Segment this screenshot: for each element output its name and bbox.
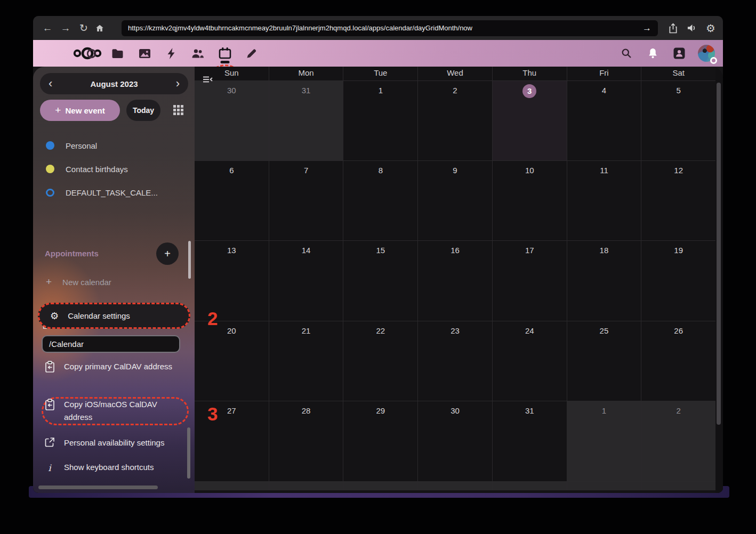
browser-actions: ⚙ <box>669 23 715 34</box>
sidebar-scrollbar-thumb[interactable] <box>187 427 190 479</box>
copy-ios-caldav-button[interactable]: Copy iOS/macOS CalDAV address <box>43 398 174 424</box>
audio-icon[interactable] <box>687 23 697 33</box>
files-folder-icon[interactable] <box>108 40 126 67</box>
calendar-day-cell[interactable]: 8 <box>343 161 418 241</box>
attachments-location-input[interactable] <box>42 335 180 353</box>
calendar-day-cell-partial <box>493 482 567 490</box>
calendar-day-cell[interactable]: 16 <box>418 241 493 321</box>
appointments-heading: Appointments <box>45 249 99 258</box>
activity-lightning-icon[interactable] <box>162 40 180 67</box>
notifications-bell-icon[interactable] <box>644 40 662 67</box>
go-arrow-icon[interactable]: → <box>637 23 652 34</box>
calendar-day-cell[interactable]: 5 <box>641 81 715 161</box>
home-button[interactable] <box>95 23 109 33</box>
app-content: ‹ August 2023 › + New event Today Person… <box>33 67 723 493</box>
avatar[interactable] <box>698 45 715 62</box>
new-calendar-button[interactable]: + New calendar <box>46 276 111 288</box>
calendar-day-cell-partial <box>195 482 269 490</box>
calendar-day-cell[interactable]: 31 <box>269 81 344 161</box>
forward-button[interactable]: → <box>59 22 73 34</box>
add-appointment-button[interactable]: + <box>156 242 179 265</box>
calendar-day-cell[interactable]: 24 <box>493 321 567 401</box>
copy-ios-caldav-label: Copy iOS/macOS CalDAV address <box>64 398 174 424</box>
nextcloud-header: 1 <box>33 40 723 67</box>
calendar-day-cell[interactable]: 28 <box>269 401 344 482</box>
calendar-day-cell[interactable]: 4 <box>567 81 642 161</box>
calendar-day-cell[interactable]: 30 <box>418 401 493 482</box>
today-button[interactable]: Today <box>126 100 160 121</box>
day-number: 30 <box>227 86 236 95</box>
calendar-day-cell-partial <box>641 482 715 490</box>
calendar-day-cell[interactable]: 30 <box>195 81 269 161</box>
keyboard-shortcuts-label: Show keyboard shortcuts <box>64 461 174 474</box>
day-number: 12 <box>674 166 683 175</box>
calendar-day-cell[interactable]: 7 <box>269 161 344 241</box>
next-month-button[interactable]: › <box>176 77 180 91</box>
back-button[interactable]: ← <box>41 22 54 34</box>
day-number: 1 <box>602 406 606 415</box>
calendar-item-label: Personal <box>66 141 97 150</box>
calendar-day-cell[interactable]: 1 <box>343 81 418 161</box>
contacts-menu-icon[interactable] <box>670 40 688 67</box>
day-number: 6 <box>229 166 234 175</box>
calendar-day-cell[interactable]: 2 <box>641 401 715 482</box>
calendar-day-cell[interactable]: 6 <box>195 161 269 241</box>
calendar-day-cell[interactable]: 23 <box>418 321 493 401</box>
sidebar-scrollbar-thumb[interactable] <box>188 241 191 279</box>
calendar-day-cell[interactable]: 11 <box>567 161 642 241</box>
reload-button[interactable]: ↻ <box>77 22 91 34</box>
calendar-day-cell[interactable]: 3 <box>493 81 567 161</box>
calendar-day-cell[interactable]: 13 <box>195 241 269 321</box>
calendar-day-cell[interactable]: 14 <box>269 241 344 321</box>
calendar-scrollbar-thumb[interactable] <box>717 83 721 425</box>
contacts-people-icon[interactable] <box>188 40 206 67</box>
calendar-day-cell[interactable]: 22 <box>343 321 418 401</box>
calendar-day-cell-partial <box>269 482 344 490</box>
notes-pencil-icon[interactable] <box>242 40 260 67</box>
calendar-day-cell[interactable]: 15 <box>343 241 418 321</box>
sidebar-calendar-item[interactable]: Personal <box>33 134 195 157</box>
calendar-day-cell[interactable]: 25 <box>567 321 642 401</box>
search-icon[interactable] <box>617 40 636 67</box>
calendar-day-cell[interactable]: 31 <box>493 401 567 482</box>
calendar-day-cell[interactable]: 27 <box>195 401 269 482</box>
availability-settings-link[interactable]: Personal availability settings <box>43 436 174 449</box>
sidebar-horizontal-scrollbar[interactable] <box>38 486 158 489</box>
calendar-day-cell[interactable]: 2 <box>418 81 493 161</box>
calendar-settings-button[interactable]: ⚙ Calendar settings <box>38 303 190 329</box>
collapse-sidebar-icon[interactable] <box>203 76 213 83</box>
gear-icon: ⚙ <box>50 311 59 321</box>
browser-settings-icon[interactable]: ⚙ <box>706 23 715 34</box>
share-icon[interactable] <box>669 23 678 34</box>
calendar-day-cell[interactable]: 12 <box>641 161 715 241</box>
sidebar-calendar-item[interactable]: Contact birthdays <box>33 157 195 181</box>
calendar-day-cell[interactable]: 17 <box>493 241 567 321</box>
calendar-day-cell[interactable]: 18 <box>567 241 642 321</box>
day-number: 9 <box>453 166 457 175</box>
day-number: 31 <box>525 406 534 415</box>
home-icon <box>95 23 104 33</box>
dashboard-icon[interactable] <box>82 40 100 67</box>
prev-month-button[interactable]: ‹ <box>49 77 52 91</box>
calendar-item-label: Contact birthdays <box>66 165 128 174</box>
copy-primary-caldav-button[interactable]: Copy primary CalDAV address <box>43 360 174 373</box>
calendar-day-cell[interactable]: 1 <box>567 401 642 482</box>
calendar-day-cell[interactable]: 20 <box>195 321 269 401</box>
photos-icon[interactable] <box>135 40 154 67</box>
calendar-month-view: SunMonTueWedThuFriSat 303112345678910111… <box>195 67 723 493</box>
day-number: 13 <box>227 246 236 255</box>
calendar-day-cell[interactable]: 21 <box>269 321 344 401</box>
sidebar-calendar-item[interactable]: DEFAULT_TASK_CALE... <box>33 181 195 204</box>
calendar-day-cell[interactable]: 10 <box>493 161 567 241</box>
availability-settings-label: Personal availability settings <box>64 436 174 449</box>
calendar-day-cell[interactable]: 29 <box>343 401 418 482</box>
day-number: 7 <box>304 166 308 175</box>
day-number: 18 <box>600 246 609 255</box>
calendar-day-cell[interactable]: 19 <box>641 241 715 321</box>
url-bar[interactable]: https://kzmkv2qjmv4yldw4tbuhrncakmcnmeay… <box>122 20 658 36</box>
view-grid-icon[interactable] <box>173 105 184 116</box>
new-event-button[interactable]: + New event <box>40 100 120 121</box>
calendar-day-cell[interactable]: 9 <box>418 161 493 241</box>
keyboard-shortcuts-button[interactable]: i Show keyboard shortcuts <box>43 461 174 474</box>
calendar-day-cell[interactable]: 26 <box>641 321 715 401</box>
